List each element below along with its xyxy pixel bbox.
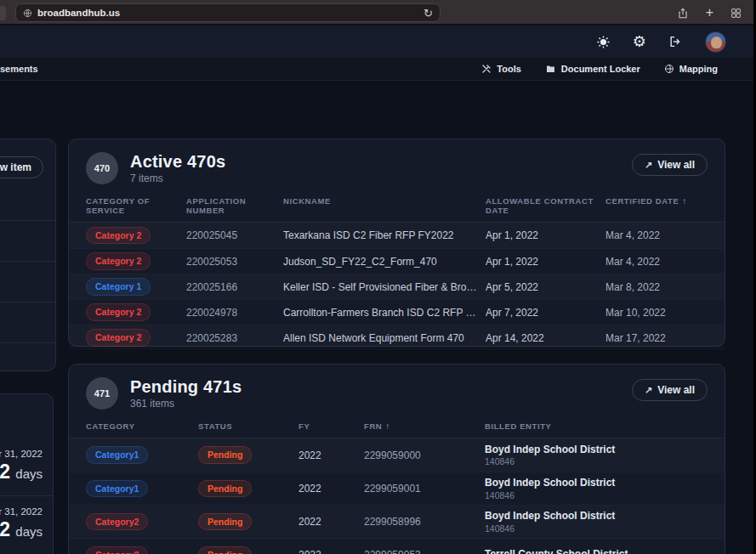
table-header-row: CATEGORY OF SERVICE APPLICATION NUMBER N… bbox=[69, 191, 725, 223]
active-470s-card: 470 Active 470s 7 items ↗ View all CATEG… bbox=[68, 138, 725, 347]
column-header-sorted[interactable]: FRN↑ bbox=[364, 421, 485, 431]
nav-item-tools[interactable]: Tools bbox=[481, 64, 521, 74]
deadline-countdown: 2 days bbox=[0, 461, 43, 483]
deadline-countdown: 2 days bbox=[0, 518, 43, 541]
column-header[interactable]: FY bbox=[298, 421, 364, 431]
new-tab-icon[interactable]: + bbox=[706, 6, 713, 20]
table-body: Category 2 220025045 Texarkana ISD C2 Fi… bbox=[69, 223, 725, 350]
card-badge-471: 471 bbox=[86, 377, 118, 410]
allowable-contract-date: Apr 1, 2022 bbox=[486, 229, 605, 241]
sidebar-toggle-partial[interactable] bbox=[0, 6, 6, 20]
deadline-item[interactable]: ar 31, 2022 2 days bbox=[0, 394, 53, 495]
allowable-contract-date: Apr 7, 2022 bbox=[486, 307, 605, 319]
mapping-globe-icon bbox=[664, 64, 674, 74]
column-header[interactable]: BILLED ENTITY bbox=[485, 421, 708, 431]
divider bbox=[0, 302, 55, 302]
nickname: Allen ISD Network Equipment Form 470 bbox=[283, 332, 486, 344]
table-row[interactable]: Category 1 220025166 Keller ISD - Self P… bbox=[69, 274, 725, 299]
address-bar[interactable]: broadbandhub.us ↻ bbox=[15, 3, 441, 22]
nickname: Texarkana ISD C2 Fiber RFP FY2022 bbox=[283, 229, 486, 241]
category-badge: Category 2 bbox=[86, 227, 151, 245]
category-badge: Category 1 bbox=[86, 278, 151, 296]
sort-ascending-icon: ↑ bbox=[682, 196, 687, 206]
divider bbox=[0, 220, 55, 221]
view-all-button[interactable]: ↗ View all bbox=[632, 154, 708, 176]
funding-year: 2022 bbox=[298, 449, 364, 461]
card-badge-470: 470 bbox=[86, 152, 118, 184]
pending-471s-card: 471 Pending 471s 361 items ↗ View all CA… bbox=[68, 364, 725, 554]
card-title: Active 470s bbox=[130, 152, 225, 172]
table-row[interactable]: Category 2 220025283 Allen ISD Network E… bbox=[69, 325, 725, 350]
column-header[interactable]: ALLOWABLE CONTRACT DATE bbox=[486, 196, 605, 215]
status-badge: Pending bbox=[198, 480, 252, 498]
table-row[interactable]: Category1 Pending 2022 2299059001 Boyd I… bbox=[69, 472, 725, 505]
column-header[interactable]: CATEGORY OF SERVICE bbox=[86, 196, 186, 215]
table-row[interactable]: Category 2 220024978 Carrollton-Farmers … bbox=[69, 299, 725, 325]
card-title: Pending 471s bbox=[130, 377, 242, 397]
table-row[interactable]: Category2 Pending 2022 2299059053 Terrel… bbox=[69, 538, 725, 554]
view-all-button[interactable]: ↗ View all bbox=[632, 379, 708, 401]
category-badge: Category2 bbox=[86, 513, 148, 531]
table-row[interactable]: Category 2 220025053 Judson_SD_FY22_C2_F… bbox=[69, 248, 725, 274]
certified-date: Mar 8, 2022 bbox=[605, 281, 708, 293]
table-row[interactable]: Category 2 220025045 Texarkana ISD C2 Fi… bbox=[69, 223, 725, 248]
divider bbox=[0, 342, 55, 343]
column-header[interactable]: STATUS bbox=[198, 421, 298, 431]
tab-overview-icon[interactable] bbox=[730, 8, 742, 19]
nav-item-announcements-partial[interactable]: sements bbox=[0, 64, 38, 74]
status-badge: Pending bbox=[198, 446, 252, 464]
arrow-up-right-icon: ↗ bbox=[645, 385, 652, 396]
frn: 2299058996 bbox=[364, 516, 485, 528]
settings-gear-icon[interactable]: ⚙ bbox=[633, 34, 646, 49]
certified-date: Mar 4, 2022 bbox=[605, 229, 708, 241]
allowable-contract-date: Apr 5, 2022 bbox=[486, 281, 605, 293]
left-sidebar-card: New item bbox=[0, 138, 56, 371]
nickname: Keller ISD - Self Provisioned Fiber & Br… bbox=[283, 281, 486, 293]
billed-entity: Terrell County School District bbox=[485, 548, 708, 554]
main-content: New item ar 31, 2022 2 days ar 31, 2022 … bbox=[0, 81, 753, 554]
column-header[interactable]: APPLICATION NUMBER bbox=[186, 196, 283, 215]
frn: 2299059000 bbox=[364, 449, 485, 461]
category-badge: Category1 bbox=[86, 480, 148, 498]
card-item-count: 7 items bbox=[130, 172, 225, 184]
table-body: Category1 Pending 2022 2299059000 Boyd I… bbox=[69, 438, 725, 554]
share-icon[interactable] bbox=[677, 7, 689, 20]
deadline-item[interactable]: ar 31, 2022 2 days bbox=[0, 495, 53, 553]
user-avatar[interactable] bbox=[705, 31, 726, 53]
theme-toggle-sun-icon[interactable] bbox=[596, 35, 611, 49]
app-header: ⚙ bbox=[0, 25, 753, 58]
status-badge: Pending bbox=[198, 513, 252, 531]
divider bbox=[0, 261, 55, 262]
certified-date: Mar 10, 2022 bbox=[605, 307, 708, 319]
logout-icon[interactable] bbox=[668, 35, 683, 48]
reload-icon[interactable]: ↻ bbox=[423, 8, 433, 19]
secondary-nav: sements Tools Document Locker bbox=[0, 58, 753, 81]
application-number: 220024978 bbox=[186, 307, 283, 319]
browser-window: broadbandhub.us ↻ + bbox=[0, 0, 753, 554]
card-item-count: 361 items bbox=[130, 398, 242, 410]
column-header-sorted[interactable]: CERTIFIED DATE↑ bbox=[605, 196, 708, 215]
category-badge: Category 2 bbox=[86, 329, 151, 347]
browser-chrome: broadbandhub.us ↻ + bbox=[0, 0, 753, 25]
new-item-button[interactable]: New item bbox=[0, 156, 43, 178]
deadline-date: ar 31, 2022 bbox=[0, 449, 43, 459]
certified-date: Mar 17, 2022 bbox=[605, 332, 708, 344]
nav-item-mapping[interactable]: Mapping bbox=[664, 64, 718, 74]
table-header-row: CATEGORY STATUS FY FRN↑ BILLED ENTITY bbox=[69, 416, 725, 438]
category-badge: Category 2 bbox=[86, 303, 151, 321]
frn: 2299059001 bbox=[364, 483, 485, 495]
funding-year: 2022 bbox=[298, 516, 364, 528]
status-badge: Pending bbox=[198, 546, 252, 554]
nickname: Carrollton-Farmers Branch ISD C2 RFP 202… bbox=[283, 307, 486, 319]
application-number: 220025053 bbox=[186, 256, 283, 268]
table-row[interactable]: Category1 Pending 2022 2299059000 Boyd I… bbox=[69, 438, 725, 472]
application-number: 220025045 bbox=[186, 229, 283, 241]
application-number: 220025283 bbox=[186, 332, 283, 344]
nav-item-document-locker[interactable]: Document Locker bbox=[545, 64, 640, 74]
table-row[interactable]: Category2 Pending 2022 2299058996 Boyd I… bbox=[69, 505, 725, 538]
nickname: Judson_SD_FY22_C2_Form_470 bbox=[283, 256, 486, 268]
category-badge: Category1 bbox=[86, 446, 148, 464]
allowable-contract-date: Apr 14, 2022 bbox=[486, 332, 605, 344]
column-header[interactable]: NICKNAME bbox=[283, 196, 486, 215]
column-header[interactable]: CATEGORY bbox=[86, 421, 198, 431]
